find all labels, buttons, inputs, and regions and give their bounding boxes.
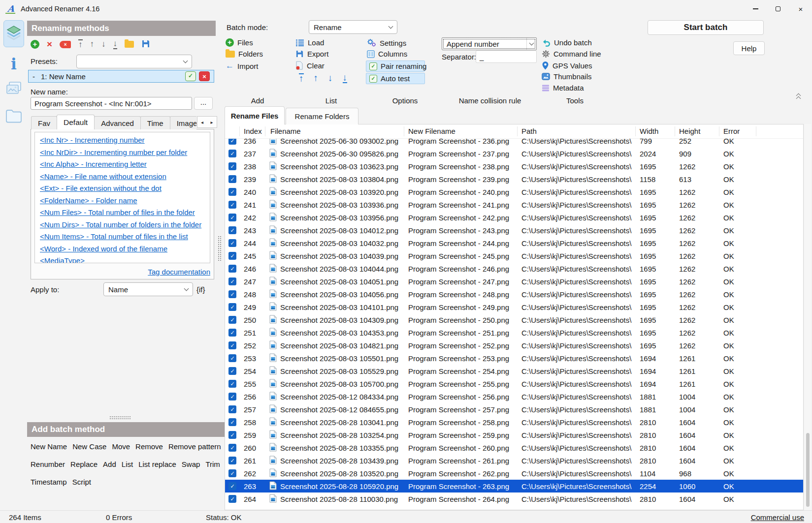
- row-checkbox[interactable]: ✓: [228, 469, 236, 477]
- clear-list-button[interactable]: Clear: [295, 61, 325, 70]
- table-row[interactable]: ✓238Screenshot 2025-08-03 103623.pngProg…: [225, 160, 803, 173]
- open-preset-icon[interactable]: [125, 41, 134, 48]
- maximize-button[interactable]: [767, 0, 789, 18]
- header-width[interactable]: Width: [636, 126, 675, 136]
- minimize-button[interactable]: [744, 0, 767, 18]
- row-checkbox[interactable]: ✓: [228, 290, 236, 298]
- batch-method-link[interactable]: Replace: [70, 460, 97, 468]
- row-checkbox[interactable]: ✓: [228, 162, 236, 170]
- table-row[interactable]: ✓248Screenshot 2025-08-03 104056.pngProg…: [225, 288, 803, 301]
- batch-method-link[interactable]: Timestamp: [31, 478, 67, 486]
- row-checkbox[interactable]: ✓: [228, 431, 236, 439]
- batch-mode-combobox[interactable]: Rename: [309, 20, 397, 34]
- help-button[interactable]: Help: [733, 41, 765, 55]
- row-checkbox[interactable]: ✓: [228, 201, 236, 209]
- row-checkbox[interactable]: ✓: [228, 150, 236, 157]
- tag-link[interactable]: <Name> - File name without extension: [40, 172, 205, 181]
- separator-input[interactable]: _: [476, 50, 537, 63]
- start-batch-button[interactable]: Start batch: [648, 20, 764, 35]
- auto-test-toggle[interactable]: ✓ Auto test: [366, 73, 425, 84]
- move-method-bottom-icon[interactable]: ↓: [113, 39, 118, 49]
- row-checkbox[interactable]: ✓: [228, 175, 236, 183]
- tag-link[interactable]: <FolderName> - Folder name: [40, 196, 205, 205]
- tag-link[interactable]: <Num Files> - Total number of files in t…: [40, 208, 205, 217]
- row-checkbox[interactable]: ✓: [228, 380, 236, 388]
- table-row[interactable]: ✓256Screenshot 2025-08-12 084334.pngProg…: [225, 390, 803, 403]
- row-checkbox[interactable]: ✓: [228, 482, 236, 490]
- tag-tab-time[interactable]: Time: [140, 116, 170, 129]
- row-checkbox[interactable]: ✓: [228, 265, 236, 273]
- thumbnails-button[interactable]: Thumbnails: [542, 72, 592, 81]
- add-files-button[interactable]: + Files: [226, 38, 253, 47]
- table-row[interactable]: ✓263Screenshot 2025-08-28 105920.pngProg…: [225, 480, 803, 492]
- row-checkbox[interactable]: ✓: [228, 239, 236, 247]
- move-file-up-icon[interactable]: ↑: [314, 74, 319, 83]
- row-checkbox[interactable]: ✓: [228, 495, 236, 503]
- clear-methods-icon[interactable]: ×: [60, 41, 71, 48]
- sidebar-item-images[interactable]: [3, 78, 24, 100]
- add-folders-button[interactable]: Folders: [226, 50, 263, 58]
- row-checkbox[interactable]: ✓: [228, 418, 236, 426]
- table-row[interactable]: ✓249Screenshot 2025-08-03 104101.pngProg…: [225, 301, 803, 313]
- table-row[interactable]: ✓258Screenshot 2025-08-28 103041.pngProg…: [225, 416, 803, 429]
- command-line-button[interactable]: Command line: [542, 50, 601, 58]
- batch-method-link[interactable]: Swap: [182, 460, 200, 468]
- tab-scroll-left-button[interactable]: ◂: [197, 116, 207, 128]
- scrollbar-thumb[interactable]: [806, 433, 810, 507]
- presets-combobox[interactable]: [76, 55, 192, 68]
- table-row[interactable]: ✓252Screenshot 2025-08-03 104821.pngProg…: [225, 339, 803, 352]
- add-method-icon[interactable]: +: [31, 40, 39, 49]
- row-checkbox[interactable]: ✓: [228, 405, 236, 413]
- table-row[interactable]: ✓250Screenshot 2025-08-03 104309.pngProg…: [225, 313, 803, 326]
- header-index[interactable]: Index: [240, 126, 265, 136]
- sidebar-item-methods[interactable]: [3, 20, 24, 47]
- import-button[interactable]: ← Import: [226, 61, 259, 71]
- header-height[interactable]: Height: [675, 126, 719, 136]
- table-row[interactable]: ✓255Screenshot 2025-08-03 105700.pngProg…: [225, 377, 803, 390]
- move-file-down-icon[interactable]: ↓: [328, 74, 333, 83]
- undo-batch-button[interactable]: Undo batch: [542, 38, 592, 47]
- row-checkbox[interactable]: ✓: [228, 277, 236, 285]
- table-scrollbar[interactable]: [805, 124, 811, 510]
- method-delete-button[interactable]: ×: [199, 71, 210, 81]
- export-list-button[interactable]: Export: [295, 50, 328, 58]
- table-row[interactable]: ✓254Screenshot 2025-08-03 105529.pngProg…: [225, 365, 803, 377]
- sidebar-item-folders[interactable]: [3, 104, 24, 129]
- table-row[interactable]: ✓262Screenshot 2025-08-28 103520.pngProg…: [225, 467, 803, 480]
- row-checkbox[interactable]: ✓: [228, 226, 236, 234]
- tag-link[interactable]: <Word> - Indexed word of the filename: [40, 245, 205, 253]
- method-collapse-toggle[interactable]: -: [32, 72, 35, 81]
- row-checkbox[interactable]: ✓: [228, 316, 236, 324]
- tag-link[interactable]: <Ext> - File extension without the dot: [40, 184, 205, 193]
- header-error[interactable]: Error: [719, 126, 756, 136]
- vertical-splitter-handle[interactable]: [218, 236, 222, 261]
- tab-rename-folders[interactable]: Rename Folders: [286, 108, 358, 124]
- collision-rule-combobox[interactable]: Append number: [442, 37, 537, 50]
- new-name-input[interactable]: Program Screenshot - <Inc Nr:001>: [31, 97, 192, 110]
- row-checkbox[interactable]: ✓: [228, 393, 236, 400]
- gps-values-button[interactable]: GPS Values: [542, 61, 592, 70]
- tag-tab-image[interactable]: Image: [170, 116, 196, 129]
- metadata-button[interactable]: Metadata: [542, 84, 584, 92]
- tag-link[interactable]: <Num Dirs> - Total number of folders in …: [40, 220, 205, 229]
- table-row[interactable]: ✓236Screenshot 2025-06-30 093002.pngProg…: [225, 139, 803, 147]
- batch-method-link[interactable]: Remove: [135, 442, 163, 451]
- tag-link[interactable]: <Inc NrDir> - Incrementing number per fo…: [40, 148, 205, 157]
- method-item-new-name[interactable]: - 1: New Name ✓ ×: [28, 70, 214, 83]
- batch-method-link[interactable]: Add: [103, 460, 116, 468]
- batch-method-link[interactable]: New Name: [31, 442, 67, 451]
- batch-method-link[interactable]: Script: [72, 478, 91, 486]
- table-row[interactable]: ✓245Screenshot 2025-08-03 104039.pngProg…: [225, 249, 803, 262]
- settings-button[interactable]: Settings: [367, 38, 406, 47]
- table-row[interactable]: ✓243Screenshot 2025-08-03 104012.pngProg…: [225, 224, 803, 237]
- table-row[interactable]: ✓241Screenshot 2025-08-03 103936.pngProg…: [225, 198, 803, 211]
- batch-method-link[interactable]: Renumber: [31, 460, 65, 468]
- row-checkbox[interactable]: ✓: [228, 303, 236, 311]
- table-row[interactable]: ✓240Screenshot 2025-08-03 103920.pngProg…: [225, 185, 803, 198]
- columns-button[interactable]: Columns: [367, 50, 407, 58]
- move-file-top-icon[interactable]: ↑: [299, 73, 304, 83]
- table-header[interactable]: Index Filename New Filename Path Width H…: [225, 124, 803, 139]
- move-method-top-icon[interactable]: ↑: [78, 39, 83, 49]
- tab-scroll-right-button[interactable]: ▸: [207, 116, 217, 128]
- row-checkbox[interactable]: ✓: [228, 188, 236, 196]
